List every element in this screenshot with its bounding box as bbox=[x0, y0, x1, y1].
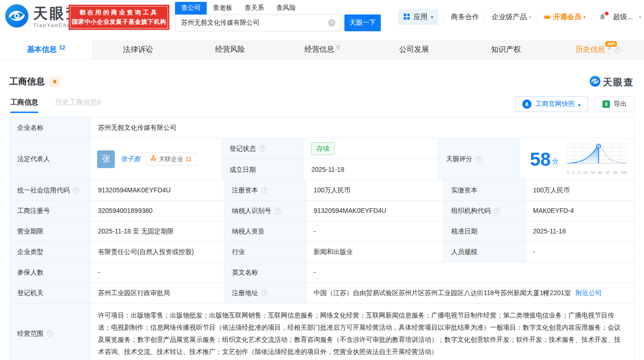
search-tab-relation[interactable]: 查关系 bbox=[238, 2, 270, 14]
table-row: 企业类型 有限责任公司(自然人投资或控股) 行业 新闻和出版业 人员规模 - bbox=[10, 242, 634, 262]
legal-rep-name-link[interactable]: 张子彪 bbox=[120, 154, 140, 164]
crown-icon bbox=[544, 13, 551, 21]
reg-capital-label: 注册资本 bbox=[224, 180, 306, 200]
company-name-value: 苏州无咎文化传媒有限公司 bbox=[91, 117, 634, 138]
staff-size-label: 人员规模 bbox=[444, 242, 525, 262]
nav-tab-history-info[interactable]: 历史信息3VIP bbox=[552, 40, 644, 59]
subscribe-bell-icon[interactable] bbox=[49, 77, 60, 87]
official-snapshot-button[interactable]: 工商官网快照 bbox=[515, 96, 588, 112]
apps-menu-label: 应用 bbox=[413, 13, 427, 21]
nav-tab-label: 经营信息 bbox=[304, 45, 334, 55]
reg-authority-value: 苏州工业园区行政审批局 bbox=[91, 283, 224, 303]
company-type-label: 企业类型 bbox=[10, 242, 91, 262]
export-button[interactable]: 导出 bbox=[595, 96, 635, 112]
tianyancha-logo-icon bbox=[5, 4, 29, 30]
taxpayer-id-value: 91320594MAK0EYFD4U bbox=[306, 201, 444, 221]
business-term-label: 营业期限 bbox=[10, 221, 91, 241]
section-actions: 工商官网快照 导出 bbox=[515, 96, 635, 112]
menu-super-vip[interactable]: 超级... bbox=[613, 13, 633, 21]
table-row: 登记机关 苏州工业园区行政审批局 注册地址 中国（江苏）自由贸易试验区苏州片区苏… bbox=[10, 283, 634, 304]
nav-tab-business-risk[interactable]: 经营风险 bbox=[184, 40, 276, 59]
nearby-companies-link[interactable]: 附近公司 bbox=[575, 288, 602, 298]
search-tabs: 查公司查老板查关系查风险 bbox=[175, 2, 381, 14]
help-icon[interactable] bbox=[274, 208, 281, 214]
score-value: 58 分 0131550859799100 bbox=[520, 138, 635, 180]
section-title: 工商信息 bbox=[9, 76, 45, 88]
taxpayer-quality-label: 纳税人资质 bbox=[224, 221, 306, 241]
search-button[interactable]: 天眼一下 bbox=[344, 14, 381, 31]
watermark-logo: 天眼查 bbox=[589, 76, 634, 89]
official-snapshot-label: 工商官网快照 bbox=[535, 100, 574, 108]
score-curve-svg bbox=[567, 143, 627, 169]
help-icon[interactable] bbox=[73, 187, 79, 194]
org-code-label: 组织机构代码 bbox=[444, 201, 525, 221]
avatar[interactable]: 张 bbox=[97, 150, 115, 168]
business-scope-value: 许可项目：出版物零售；出版物批发；出版物互联网销售；互联网信息服务；网络文化经营… bbox=[91, 304, 634, 360]
reg-status-value: 存续 bbox=[304, 138, 439, 159]
menu-vip[interactable]: 开通会员 ▾ bbox=[544, 13, 586, 21]
nav-tab-intellectual-property[interactable]: 知识产权 bbox=[460, 40, 552, 59]
nav-tab-basic-info[interactable]: 基本信息12 bbox=[0, 40, 92, 59]
nav-tab-label: 基本信息 bbox=[27, 45, 56, 55]
nav-tab-company-development[interactable]: 公司发展 bbox=[368, 40, 460, 59]
subtab-business-info[interactable]: 工商信息 bbox=[10, 98, 38, 113]
apps-menu[interactable]: 应用 ▾ bbox=[398, 9, 438, 25]
score-distribution-chart: 0131550859799100 bbox=[567, 143, 627, 176]
search-tab-risk[interactable]: 查风险 bbox=[270, 2, 302, 14]
reg-address-value: 中国（江苏）自由贸易试验区苏州片区苏州工业园区八达街118号苏州新闻大厦1幢22… bbox=[306, 283, 634, 303]
divider bbox=[537, 14, 538, 21]
search-tab-boss[interactable]: 查老板 bbox=[207, 2, 238, 14]
nav-tab-label: 公司发展 bbox=[399, 45, 429, 55]
industry-label: 行业 bbox=[224, 242, 306, 262]
help-icon[interactable] bbox=[261, 290, 268, 296]
menu-vip-label: 开通会员 bbox=[553, 13, 581, 21]
nav-tab-count: 12 bbox=[59, 44, 65, 51]
english-name-label: 英文名称 bbox=[224, 262, 306, 282]
table-row: 参保人数 - 英文名称 - bbox=[10, 262, 634, 283]
staff-size-value: - bbox=[525, 242, 634, 262]
axis-tick: 100 bbox=[621, 170, 627, 176]
related-companies-badge[interactable]: 关联企业 11 bbox=[146, 152, 196, 166]
table-row: 统一社会信用代码 91320594MAK0EYFD4U 注册资本 100万人民币… bbox=[10, 180, 634, 201]
org-code-value: MAK0EYFD-4 bbox=[525, 201, 634, 221]
divider bbox=[485, 14, 485, 21]
nav-tab-business-info[interactable]: 经营信息9 bbox=[276, 40, 368, 59]
help-icon[interactable] bbox=[47, 330, 53, 337]
stamp-icon bbox=[522, 99, 532, 109]
axis-tick: 3 bbox=[578, 170, 580, 176]
table-row: 经营范围 许可项目：出版物零售；出版物批发；出版物互联网销售；互联网信息服务；网… bbox=[10, 304, 634, 360]
legal-rep-label: 法定代表人 bbox=[10, 138, 90, 180]
approval-date-value: 2025-11-18 bbox=[525, 221, 634, 241]
insured-count-value: - bbox=[91, 262, 224, 282]
reg-capital-value: 100万人民币 bbox=[306, 180, 444, 200]
search-tab-company[interactable]: 查公司 bbox=[175, 2, 207, 14]
company-type-value: 有限责任公司(自然人投资或控股) bbox=[91, 242, 224, 262]
search-input[interactable] bbox=[175, 14, 341, 31]
help-icon[interactable] bbox=[494, 208, 500, 214]
menu-enterprise[interactable]: 企业级产品 ▾ bbox=[491, 13, 531, 21]
help-icon[interactable] bbox=[614, 47, 621, 53]
clear-search-icon[interactable] bbox=[328, 19, 336, 27]
notification-dot bbox=[605, 12, 609, 15]
nav-tab-legal-proceedings[interactable]: 法律诉讼 bbox=[92, 40, 184, 59]
caret-down-icon[interactable]: ▾ bbox=[639, 14, 641, 20]
score-number: 58 bbox=[530, 150, 551, 169]
help-icon[interactable] bbox=[476, 156, 482, 162]
help-icon[interactable] bbox=[261, 187, 268, 194]
nav-tab-label: 经营风险 bbox=[215, 45, 245, 55]
menu-enterprise-label: 企业级产品 bbox=[491, 13, 526, 21]
promo-banner: 都在用的商业查询工具 国家中小企业发展子基金旗下机构 bbox=[69, 5, 169, 30]
axis-tick: 85 bbox=[598, 170, 602, 176]
menu-cooperation[interactable]: 商务合作 bbox=[451, 13, 479, 21]
subtab-history-business-info[interactable]: 历史工商信息0 bbox=[55, 98, 101, 113]
notification-bell-icon[interactable] bbox=[598, 13, 607, 21]
axis-tick: 99 bbox=[613, 170, 617, 176]
help-icon[interactable] bbox=[259, 145, 266, 152]
org-chart-icon bbox=[150, 155, 156, 164]
paid-capital-value: 100万人民币 bbox=[525, 180, 634, 200]
apps-grid-icon bbox=[403, 13, 410, 21]
table-row: 工商注册号 320594001899380 纳税人识别号 91320594MAK… bbox=[10, 201, 634, 221]
axis-tick: 1 bbox=[573, 170, 574, 176]
search-block: 查公司查老板查关系查风险 天眼一下 bbox=[175, 2, 381, 31]
tianyancha-company-page: 天眼查 TianYanCha.com 都在用的商业查询工具 国家中小企业发展子基… bbox=[0, 0, 644, 360]
